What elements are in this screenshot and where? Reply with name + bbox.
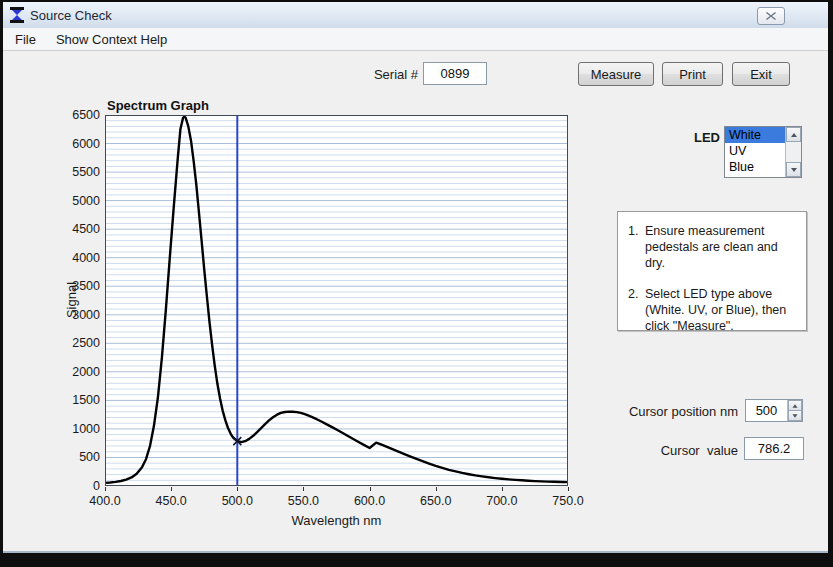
scroll-down-button[interactable] (786, 162, 801, 177)
led-listbox[interactable]: WhiteUVBlue (724, 126, 802, 178)
x-tick-label: 650.0 (414, 494, 458, 508)
x-tick-label: 500.0 (215, 494, 259, 508)
x-tick-label: 450.0 (149, 494, 193, 508)
spectrum-chart: Spectrum Graph Signal 050010001500200025… (62, 95, 592, 545)
arrow-up-icon (791, 133, 797, 137)
y-tick-label: 3000 (62, 308, 100, 322)
scroll-up-button[interactable] (786, 127, 801, 142)
y-tick-label: 0 (62, 479, 100, 493)
led-options: WhiteUVBlue (725, 127, 785, 177)
x-tick-mark (237, 487, 238, 491)
y-tick-label: 2000 (62, 365, 100, 379)
arrow-down-icon (791, 168, 797, 172)
x-tick-label: 600.0 (348, 494, 392, 508)
instruction-text: Ensure measurement pedestals are clean a… (645, 223, 798, 271)
led-option-uv[interactable]: UV (725, 143, 785, 159)
x-tick-mark (105, 487, 106, 491)
menubar: File Show Context Help (3, 28, 828, 51)
cursor-value-label: Cursor value (563, 443, 738, 458)
app-window: Source Check File Show Context Help Seri… (3, 2, 828, 553)
y-tick-label: 2500 (62, 336, 100, 350)
menu-file[interactable]: File (5, 29, 46, 50)
y-tick-label: 6000 (62, 137, 100, 151)
instruction-number: 2. (628, 286, 645, 334)
x-tick-label: 750.0 (546, 494, 590, 508)
x-tick-label: 400.0 (83, 494, 127, 508)
chart-title: Spectrum Graph (107, 98, 209, 113)
y-tick-label: 5500 (62, 165, 100, 179)
arrow-up-icon (792, 404, 797, 407)
close-button[interactable] (757, 7, 785, 25)
spin-down-button[interactable] (788, 411, 802, 421)
x-axis-label: Wavelength nm (105, 513, 568, 528)
exit-button[interactable]: Exit (732, 62, 790, 86)
x-tick-mark (370, 487, 371, 491)
y-tick-label: 1000 (62, 422, 100, 436)
instruction-item: 2. Select LED type above (White. UV, or … (628, 286, 798, 334)
cursor-value: 786.2 (758, 441, 791, 456)
y-tick-label: 4000 (62, 251, 100, 265)
instructions-box: 1. Ensure measurement pedestals are clea… (617, 211, 807, 331)
instruction-item: 1. Ensure measurement pedestals are clea… (628, 223, 798, 271)
led-option-white[interactable]: White (725, 127, 785, 143)
serial-input[interactable]: 0899 (423, 62, 487, 85)
window-title: Source Check (30, 8, 112, 23)
y-tick-label: 3500 (62, 279, 100, 293)
y-tick-label: 4500 (62, 222, 100, 236)
serial-label: Serial # (346, 67, 418, 82)
x-tick-mark (568, 487, 569, 491)
cursor-position-input[interactable]: 500 (745, 399, 803, 422)
x-tick-mark (303, 487, 304, 491)
spin-up-button[interactable] (788, 400, 802, 411)
cursor-position-value[interactable]: 500 (746, 400, 787, 421)
instruction-number: 1. (628, 223, 645, 271)
cursor-value-field: 786.2 (744, 437, 804, 460)
y-tick-label: 1500 (62, 393, 100, 407)
x-tick-label: 550.0 (281, 494, 325, 508)
led-label: LED (658, 130, 720, 145)
led-option-blue[interactable]: Blue (725, 159, 785, 175)
x-tick-label: 700.0 (480, 494, 524, 508)
arrow-down-icon (792, 414, 797, 417)
print-button[interactable]: Print (662, 62, 723, 86)
led-scrollbar[interactable] (785, 127, 801, 177)
cursor-position-label: Cursor position nm (563, 404, 738, 419)
y-tick-label: 6500 (62, 108, 100, 122)
y-tick-label: 5000 (62, 194, 100, 208)
menu-show-context-help[interactable]: Show Context Help (46, 29, 177, 50)
x-tick-mark (171, 487, 172, 491)
plot-area[interactable] (105, 115, 568, 486)
y-tick-label: 500 (62, 450, 100, 464)
instruction-text: Select LED type above (White. UV, or Blu… (645, 286, 798, 334)
titlebar[interactable]: Source Check (3, 2, 828, 28)
close-icon (766, 12, 776, 20)
serial-value: 0899 (441, 66, 470, 81)
x-tick-mark (436, 487, 437, 491)
x-tick-mark (502, 487, 503, 491)
hourglass-icon (10, 7, 24, 23)
measure-button[interactable]: Measure (578, 62, 654, 86)
cursor-position-spinner (787, 400, 802, 421)
